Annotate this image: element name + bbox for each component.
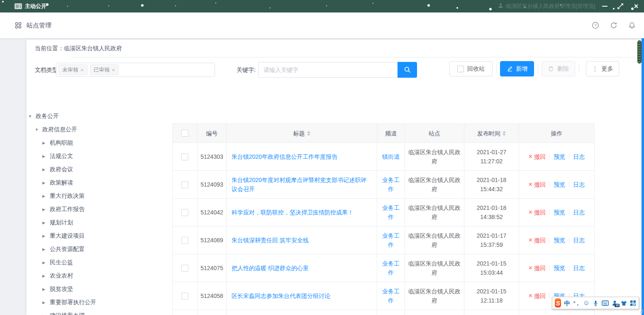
window-close-button[interactable]: × xyxy=(631,0,642,12)
window-minimize-button[interactable] xyxy=(599,0,610,12)
tree-item[interactable]: ▶政府会议 xyxy=(42,163,73,176)
retract-link[interactable]: ×撤回 xyxy=(529,263,546,273)
ime-skin-icon[interactable] xyxy=(621,300,627,306)
doc-title-link[interactable]: 区长宋磊同志参加朱台代表团分组讨论 xyxy=(232,291,330,300)
preview-link[interactable]: 预览 xyxy=(554,180,565,189)
search-button[interactable] xyxy=(398,62,417,78)
channel-link[interactable]: 业务工作 xyxy=(381,203,401,221)
doc-title-link[interactable]: 把人性的温暖 织进群众的心里 xyxy=(232,263,309,273)
preview-link[interactable]: 预览 xyxy=(554,152,565,161)
row-checkbox[interactable] xyxy=(181,265,188,272)
caret-right-icon[interactable]: ▶ xyxy=(42,154,46,158)
retract-link[interactable]: ×撤回 xyxy=(529,180,546,189)
caret-right-icon[interactable]: ▶ xyxy=(42,221,46,225)
caret-right-icon[interactable]: ▶ xyxy=(42,194,46,198)
preview-link[interactable]: 预览 xyxy=(554,208,565,217)
preview-link[interactable]: 预览 xyxy=(554,263,565,273)
caret-right-icon[interactable]: ▶ xyxy=(42,234,46,238)
log-link[interactable]: 日志 xyxy=(573,180,585,189)
delete-button[interactable]: 删除 xyxy=(542,61,575,76)
tree-item-xinxigongkai[interactable]: ▼政府信息公开 xyxy=(35,123,77,136)
tree-item[interactable]: ▶民生公益 xyxy=(42,256,73,269)
sort-icon[interactable] xyxy=(307,131,310,136)
header-time[interactable]: 发布时间 xyxy=(464,124,519,143)
doc-title-link[interactable]: 科学应对，联防联控，坚决捍卫疫情防控成果！ xyxy=(232,208,354,217)
ime-mic-icon[interactable] xyxy=(593,300,599,306)
tag-close-icon[interactable]: × xyxy=(80,67,84,73)
doc-title-link[interactable]: 朱台镇2020年政府信息公开工作年度报告 xyxy=(232,152,337,161)
tree-item[interactable]: ▶重要部署执行公开 xyxy=(42,296,96,309)
help-icon[interactable]: ? xyxy=(592,22,599,29)
caret-right-icon[interactable]: ▶ xyxy=(42,247,46,251)
ime-toolbox-icon[interactable] xyxy=(630,300,636,306)
row-checkbox[interactable] xyxy=(181,237,188,244)
recycle-bin-button[interactable]: 回收站 xyxy=(449,61,493,76)
ime-emoji-icon[interactable]: ☺ xyxy=(583,300,590,306)
caret-right-icon[interactable]: ▶ xyxy=(42,261,46,265)
preview-link[interactable]: 预览 xyxy=(554,236,565,245)
log-link[interactable]: 日志 xyxy=(573,263,585,273)
tree-item[interactable]: ▶政府工作报告 xyxy=(42,203,85,216)
tree-item[interactable]: ▶重大行政决策 xyxy=(42,189,85,203)
select-all-checkbox[interactable] xyxy=(181,130,188,137)
scrollbar-thumb[interactable] xyxy=(637,40,642,64)
more-button[interactable]: ⋮ 更多 xyxy=(586,61,619,76)
tree-item[interactable]: ▶政策解读 xyxy=(42,176,73,189)
log-link[interactable]: 日志 xyxy=(573,236,585,245)
tree-item[interactable]: ▶机构职能 xyxy=(42,136,73,150)
sogou-logo-icon[interactable]: S xyxy=(555,298,561,308)
tree-item[interactable]: ▶农业农村 xyxy=(42,269,73,283)
caret-down-icon[interactable]: ▼ xyxy=(28,114,32,118)
channel-link[interactable]: 业务工作 xyxy=(381,287,401,305)
caret-right-icon[interactable]: ▶ xyxy=(42,274,46,278)
log-link[interactable]: 日志 xyxy=(573,152,585,161)
recycle-checkbox[interactable] xyxy=(457,66,464,72)
doc-type-select[interactable]: 未审核 × 已审核 × xyxy=(56,63,215,77)
channel-link[interactable]: 业务工作 xyxy=(381,231,401,249)
channel-link[interactable]: 镇街道 xyxy=(382,152,400,161)
log-link[interactable]: 日志 xyxy=(573,208,585,217)
scrollbar-track[interactable] xyxy=(642,35,644,315)
caret-down-icon[interactable]: ▼ xyxy=(35,128,39,132)
window-maximize-button[interactable] xyxy=(615,0,626,12)
bell-icon[interactable] xyxy=(628,22,636,29)
row-checkbox[interactable] xyxy=(181,181,188,188)
caret-right-icon[interactable]: ▶ xyxy=(42,287,46,291)
tag-close-icon[interactable]: × xyxy=(112,67,115,73)
resize-grip[interactable] xyxy=(639,308,644,315)
retract-link[interactable]: ×撤回 xyxy=(529,236,546,245)
retract-link[interactable]: ×撤回 xyxy=(529,291,546,300)
sort-icon[interactable] xyxy=(503,131,506,136)
caret-right-icon[interactable]: ▶ xyxy=(42,141,46,145)
caret-right-icon[interactable]: ▶ xyxy=(42,300,46,305)
row-checkbox[interactable] xyxy=(181,209,188,216)
divider xyxy=(549,209,550,215)
keyword-input[interactable] xyxy=(258,62,398,78)
ime-chinese-mode[interactable]: 中 xyxy=(564,300,570,306)
tree-item[interactable]: ▶法规公文 xyxy=(42,150,73,163)
tree-item[interactable]: ▶脱贫攻坚 xyxy=(42,283,73,296)
row-checkbox[interactable] xyxy=(181,153,188,160)
retract-link[interactable]: ×撤回 xyxy=(529,152,546,161)
header-title[interactable]: 标题 xyxy=(227,124,377,143)
caret-right-icon[interactable]: ▶ xyxy=(42,207,46,212)
caret-right-icon[interactable]: ▶ xyxy=(42,181,46,185)
doc-title-link[interactable]: 朱台镇深耕责任田 筑牢安全线 xyxy=(232,236,309,245)
add-button[interactable]: 新增 xyxy=(500,61,534,76)
ime-account-icon[interactable]: 19 xyxy=(612,300,618,306)
nav-site-management[interactable]: 站点管理 xyxy=(15,12,51,38)
tree-item[interactable]: ▶重大建设项目 xyxy=(42,229,85,243)
doc-title-link[interactable]: 朱台镇2020年度对村观摩点评暨村党支部书记述职评议会召开 xyxy=(232,175,372,194)
tree-item[interactable]: ▶建议提案办理 xyxy=(42,309,85,315)
ime-keyboard-icon[interactable] xyxy=(602,300,609,306)
refresh-icon[interactable] xyxy=(610,22,617,29)
ime-punctuation[interactable]: °， xyxy=(573,300,580,306)
row-checkbox[interactable] xyxy=(181,293,188,300)
tree-item-zhengwugongkai[interactable]: ▼政务公开 xyxy=(28,110,59,123)
channel-link[interactable]: 业务工作 xyxy=(381,259,401,277)
tree-item[interactable]: ▶规划计划 xyxy=(42,216,73,229)
channel-link[interactable]: 业务工作 xyxy=(381,175,401,194)
tree-item[interactable]: ▶公共资源配置 xyxy=(42,243,85,256)
caret-right-icon[interactable]: ▶ xyxy=(42,167,46,172)
retract-link[interactable]: ×撤回 xyxy=(529,208,546,217)
